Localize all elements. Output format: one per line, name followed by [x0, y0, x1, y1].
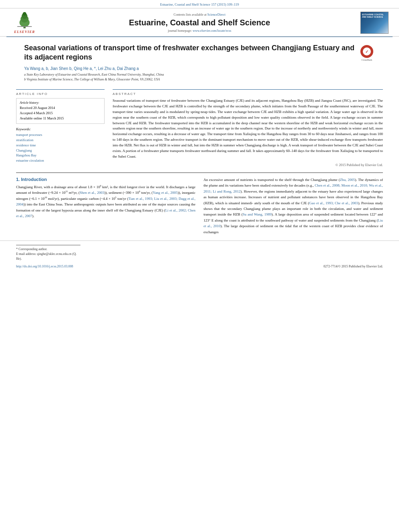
article-title-text: Seasonal variations of transport time of… [24, 43, 355, 82]
keyword-4: Changjiang [16, 148, 105, 153]
keywords-label: Keywords: [16, 127, 105, 131]
crossmark-label: CrossMark [362, 59, 372, 61]
footer-section: * Corresponding author. E-mail address: … [0, 240, 399, 271]
svg-rect-5 [17, 26, 32, 27]
keyword-5: Hangzhou Bay [16, 153, 105, 158]
journal-citation-bar: Estuarine, Coastal and Shelf Science 157… [0, 0, 399, 8]
journal-homepage-link[interactable]: www.elsevier.com/locate/ecss [193, 29, 231, 33]
sci-direct-link[interactable]: ScienceDirect [208, 13, 226, 16]
journal-cover-section: ESTUARINE COASTAL AND SHELF SCIENCE [356, 12, 393, 34]
author-email[interactable]: qinghe@sklec.ecnu.edu.cn [37, 252, 72, 256]
body-left-col: 1. Introduction Changjiang River, with a… [16, 177, 195, 235]
article-title: Seasonal variations of transport time of… [24, 43, 355, 62]
email-label: E-mail address: [16, 252, 36, 256]
corresponding-author-note: * Corresponding author. E-mail address: … [16, 245, 80, 261]
keyword-1: transport processes [16, 132, 105, 138]
keyword-6: estuarine circulation [16, 158, 105, 163]
article-title-section: Seasonal variations of transport time of… [0, 37, 399, 85]
footer-bottom: http://dx.doi.org/10.1016/j.ecss.2015.03… [16, 265, 383, 268]
accepted-date: Accepted 4 March 2015 [20, 111, 101, 116]
article-history-label: Article history: [20, 101, 101, 105]
journal-title-section: Contents lists available at ScienceDirec… [47, 13, 352, 33]
body-right-col: An excessive amount of nutrients is tran… [204, 177, 383, 235]
article-history-box: Article history: Received 20 August 2014… [16, 98, 105, 124]
journal-homepage: journal homepage: www.elsevier.com/locat… [47, 29, 352, 33]
crossmark-badge: ✓ CrossMark [359, 43, 375, 61]
crossmark-icon: ✓ [360, 45, 373, 58]
elsevier-brand-text: ELSEVIER [14, 30, 35, 34]
article-affiliation-a: a State Key Laboratory of Estuarine and … [24, 72, 355, 82]
section-1-right-text: An excessive amount of nutrients is tran… [204, 177, 383, 235]
issn-text: 0272-7714/© 2015 Published by Elsevier L… [323, 265, 383, 268]
journal-header: ELSEVIER Contents lists available at Sci… [0, 8, 399, 37]
elsevier-logo: ELSEVIER [12, 12, 37, 34]
abstract-header: ABSTRACT [113, 92, 383, 96]
keyword-2: stratification [16, 138, 105, 143]
journal-title: Estuarine, Coastal and Shelf Science [47, 18, 352, 27]
article-authors: Ya Wang a, b, Jian Shen b, Qing He a, *,… [24, 66, 355, 71]
corresponding-label: * Corresponding author. [16, 247, 47, 251]
doi-link[interactable]: http://dx.doi.org/10.1016/j.ecss.2015.03… [16, 265, 73, 268]
abstract-text: Seasonal variations of transport time of… [113, 98, 383, 160]
abstract-column: ABSTRACT Seasonal variations of transpor… [113, 89, 383, 167]
sci-direct-notice: Contents lists available at ScienceDirec… [47, 13, 352, 16]
body-section: 1. Introduction Changjiang River, with a… [0, 173, 399, 235]
elsevier-logo-section: ELSEVIER [6, 12, 43, 34]
journal-cover-title: ESTUARINE COASTAL AND SHELF SCIENCE [362, 13, 387, 18]
journal-citation: Estuarine, Coastal and Shelf Science 157… [160, 2, 239, 6]
article-info-abstract-section: ARTICLE INFO Article history: Received 2… [0, 89, 399, 167]
journal-cover-image: ESTUARINE COASTAL AND SHELF SCIENCE [360, 12, 389, 34]
available-date: Available online 11 March 2015 [20, 116, 101, 121]
article-info-column: ARTICLE INFO Article history: Received 2… [16, 89, 105, 167]
received-date: Received 20 August 2014 [20, 106, 101, 111]
keyword-3: residence time [16, 143, 105, 148]
svg-point-4 [23, 12, 27, 16]
elsevier-tree-icon [12, 12, 37, 30]
section-1-left-text: Changjiang River, with a drainage area o… [16, 184, 195, 219]
copyright-line: © 2015 Published by Elsevier Ltd. [113, 163, 383, 167]
section-1-title: 1. Introduction [16, 177, 195, 182]
keywords-section: Keywords: transport processes stratifica… [16, 127, 105, 163]
article-info-header: ARTICLE INFO [16, 92, 105, 96]
